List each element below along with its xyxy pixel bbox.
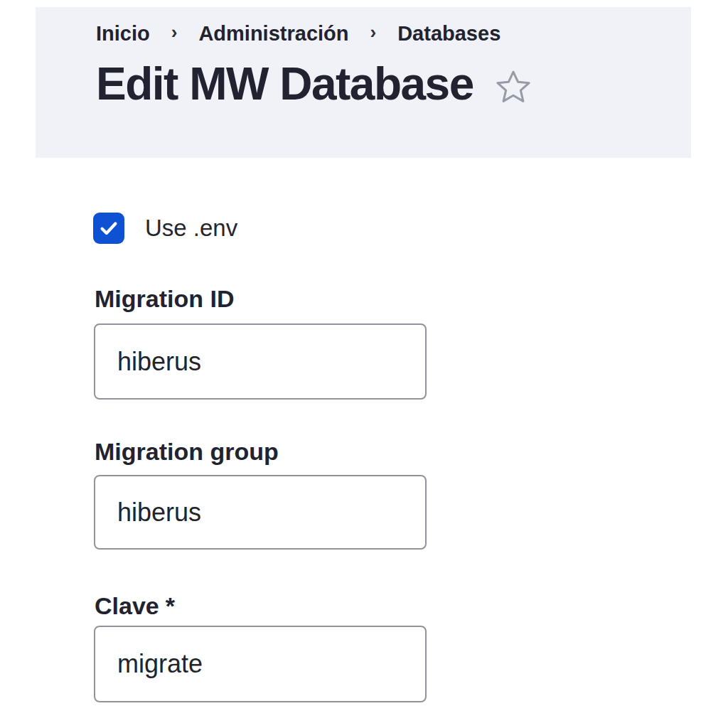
migration-id-label-text: Migration ID [95, 285, 234, 312]
use-env-checkbox[interactable] [93, 213, 124, 244]
breadcrumb-item-administracion[interactable]: Administración [198, 22, 348, 46]
page-root: Inicio › Administración › Databases Edit… [0, 0, 728, 728]
breadcrumb: Inicio › Administración › Databases [96, 22, 500, 46]
use-env-checkbox-row: Use .env [93, 213, 237, 244]
migration-group-label: Migration group [95, 437, 279, 466]
chevron-right-icon: › [171, 21, 178, 43]
page-title: Edit MW Database [96, 55, 473, 112]
chevron-right-icon: › [370, 21, 377, 43]
title-row: Edit MW Database [96, 55, 533, 112]
migration-id-input[interactable] [94, 323, 427, 400]
migration-id-label: Migration ID [95, 284, 234, 314]
checkmark-icon [98, 218, 119, 239]
clave-label: Clave* [95, 591, 175, 621]
required-marker: * [166, 592, 175, 619]
clave-label-text: Clave [95, 592, 159, 619]
migration-group-input[interactable] [94, 475, 427, 550]
star-outline-icon[interactable] [493, 68, 533, 107]
header-panel: Inicio › Administración › Databases Edit… [36, 7, 691, 158]
breadcrumb-item-databases: Databases [397, 22, 500, 46]
migration-group-label-text: Migration group [95, 438, 279, 465]
use-env-label[interactable]: Use .env [145, 215, 237, 242]
clave-input[interactable] [94, 626, 427, 702]
breadcrumb-item-inicio[interactable]: Inicio [96, 22, 150, 46]
